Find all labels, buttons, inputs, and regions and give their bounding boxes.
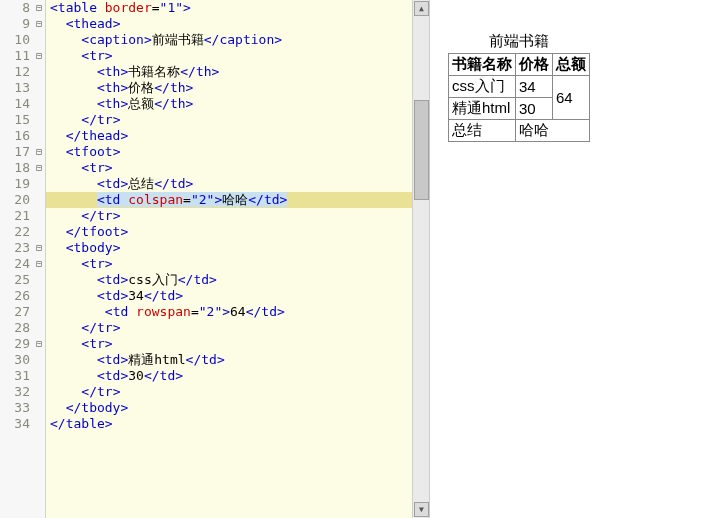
table-caption: 前端书籍 (448, 30, 590, 53)
code-content[interactable]: </thead> (46, 128, 128, 144)
code-line[interactable]: 29⊟ <tr> (0, 336, 429, 352)
code-content[interactable]: <thead> (46, 16, 120, 32)
code-content[interactable]: <tr> (46, 336, 113, 352)
fold-icon (32, 384, 46, 400)
code-line[interactable]: 24⊟ <tr> (0, 256, 429, 272)
fold-icon (32, 176, 46, 192)
code-line[interactable]: 33 </tbody> (0, 400, 429, 416)
code-lines: 8⊟<table border="1">9⊟ <thead>10 <captio… (0, 0, 429, 432)
header-total: 总额 (553, 54, 590, 76)
code-line[interactable]: 28 </tr> (0, 320, 429, 336)
code-line[interactable]: 17⊟ <tfoot> (0, 144, 429, 160)
line-number: 12 (0, 64, 32, 80)
code-content[interactable]: <td rowspan="2">64</td> (46, 304, 285, 320)
code-line[interactable]: 32 </tr> (0, 384, 429, 400)
cell-summary-value: 哈哈 (516, 120, 590, 142)
code-content[interactable]: <tfoot> (46, 144, 120, 160)
line-number: 26 (0, 288, 32, 304)
fold-icon[interactable]: ⊟ (32, 144, 46, 160)
code-line[interactable]: 22 </tfoot> (0, 224, 429, 240)
code-line[interactable]: 34</table> (0, 416, 429, 432)
line-number: 24 (0, 256, 32, 272)
fold-icon (32, 32, 46, 48)
cell-total: 64 (553, 76, 590, 120)
code-editor[interactable]: 8⊟<table border="1">9⊟ <thead>10 <captio… (0, 0, 430, 518)
code-content[interactable]: <th>价格</th> (46, 80, 193, 96)
line-number: 8 (0, 0, 32, 16)
fold-icon[interactable]: ⊟ (32, 0, 46, 16)
code-content[interactable]: <th>书籍名称</th> (46, 64, 219, 80)
code-line[interactable]: 11⊟ <tr> (0, 48, 429, 64)
header-name: 书籍名称 (449, 54, 516, 76)
code-content[interactable]: <td>总结</td> (46, 176, 193, 192)
code-line[interactable]: 25 <td>css入门</td> (0, 272, 429, 288)
line-number: 15 (0, 112, 32, 128)
code-line[interactable]: 15 </tr> (0, 112, 429, 128)
fold-icon (32, 224, 46, 240)
code-line[interactable]: 10 <caption>前端书籍</caption> (0, 32, 429, 48)
code-content[interactable]: <tr> (46, 48, 113, 64)
code-line[interactable]: 21 </tr> (0, 208, 429, 224)
fold-icon (32, 192, 46, 208)
code-content[interactable]: <tr> (46, 256, 113, 272)
cell-name: css入门 (449, 76, 516, 98)
code-line[interactable]: 14 <th>总额</th> (0, 96, 429, 112)
fold-icon (32, 320, 46, 336)
code-line[interactable]: 20 <td colspan="2">哈哈</td> (0, 192, 429, 208)
fold-icon (32, 416, 46, 432)
fold-icon[interactable]: ⊟ (32, 48, 46, 64)
code-content[interactable]: <tr> (46, 160, 113, 176)
fold-icon[interactable]: ⊟ (32, 160, 46, 176)
code-line[interactable]: 8⊟<table border="1"> (0, 0, 429, 16)
code-content[interactable]: </tr> (46, 384, 120, 400)
code-content[interactable]: </tfoot> (46, 224, 128, 240)
fold-icon[interactable]: ⊟ (32, 336, 46, 352)
code-line[interactable]: 13 <th>价格</th> (0, 80, 429, 96)
scroll-down-icon[interactable]: ▼ (414, 502, 429, 517)
code-line[interactable]: 19 <td>总结</td> (0, 176, 429, 192)
code-content[interactable]: <td>30</td> (46, 368, 183, 384)
code-line[interactable]: 27 <td rowspan="2">64</td> (0, 304, 429, 320)
code-content[interactable]: </tr> (46, 208, 120, 224)
table-row: css入门 34 64 (449, 76, 590, 98)
line-number: 19 (0, 176, 32, 192)
line-number: 29 (0, 336, 32, 352)
code-content[interactable]: <td>css入门</td> (46, 272, 217, 288)
code-line[interactable]: 16 </thead> (0, 128, 429, 144)
fold-icon (32, 112, 46, 128)
code-line[interactable]: 31 <td>30</td> (0, 368, 429, 384)
fold-icon (32, 64, 46, 80)
code-content[interactable]: </tr> (46, 320, 120, 336)
code-line[interactable]: 12 <th>书籍名称</th> (0, 64, 429, 80)
fold-icon (32, 128, 46, 144)
code-content[interactable]: <tbody> (46, 240, 120, 256)
line-number: 28 (0, 320, 32, 336)
fold-icon[interactable]: ⊟ (32, 240, 46, 256)
code-line[interactable]: 18⊟ <tr> (0, 160, 429, 176)
code-content[interactable]: </tr> (46, 112, 120, 128)
fold-icon[interactable]: ⊟ (32, 256, 46, 272)
fold-icon (32, 352, 46, 368)
code-content[interactable]: <td>34</td> (46, 288, 183, 304)
code-content[interactable]: <table border="1"> (46, 0, 191, 16)
code-line[interactable]: 26 <td>34</td> (0, 288, 429, 304)
scroll-thumb[interactable] (414, 100, 429, 200)
code-content[interactable]: </table> (46, 416, 113, 432)
code-content[interactable]: <th>总额</th> (46, 96, 193, 112)
scroll-up-icon[interactable]: ▲ (414, 1, 429, 16)
line-number: 18 (0, 160, 32, 176)
line-number: 32 (0, 384, 32, 400)
code-content[interactable]: <td>精通html</td> (46, 352, 225, 368)
line-number: 9 (0, 16, 32, 32)
fold-icon[interactable]: ⊟ (32, 16, 46, 32)
cell-price: 30 (516, 98, 553, 120)
code-line[interactable]: 9⊟ <thead> (0, 16, 429, 32)
code-line[interactable]: 30 <td>精通html</td> (0, 352, 429, 368)
fold-icon (32, 400, 46, 416)
code-line[interactable]: 23⊟ <tbody> (0, 240, 429, 256)
code-content[interactable]: </tbody> (46, 400, 128, 416)
header-price: 价格 (516, 54, 553, 76)
code-content[interactable]: <td colspan="2">哈哈</td> (46, 192, 287, 208)
scrollbar[interactable]: ▲ ▼ (412, 0, 429, 518)
code-content[interactable]: <caption>前端书籍</caption> (46, 32, 282, 48)
